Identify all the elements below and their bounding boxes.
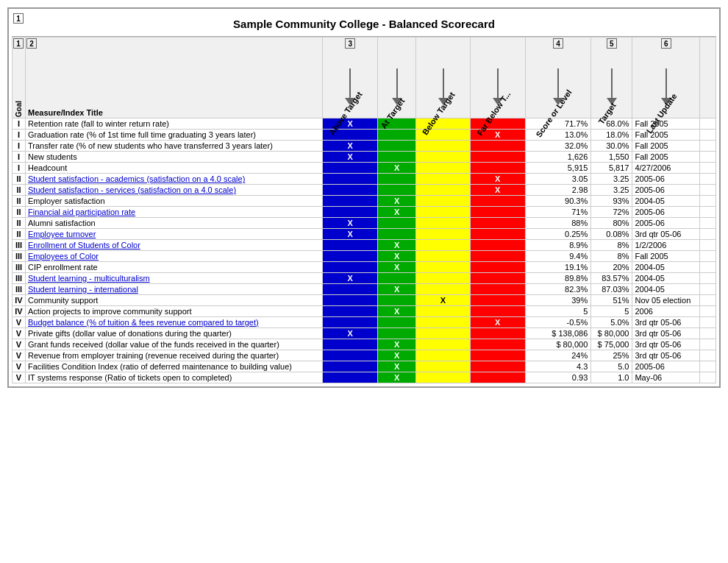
cell-extra <box>700 185 716 196</box>
cell-goal: I <box>13 163 26 174</box>
cell-at: X <box>377 240 415 251</box>
cell-measure[interactable]: Financial aid participation rate <box>26 207 323 218</box>
cell-far-below <box>470 141 525 152</box>
cell-measure[interactable]: Student satisfaction - academics (satisf… <box>26 174 323 185</box>
cell-measure: Employer satisfaction <box>26 196 323 207</box>
cell-at <box>377 273 415 284</box>
cell-below <box>416 350 470 361</box>
cell-goal: I <box>13 118 26 130</box>
cell-score: 4.3 <box>525 361 590 372</box>
cell-measure[interactable]: Budget balance (% of tuition & fees reve… <box>26 317 323 328</box>
cell-far-below <box>470 152 525 163</box>
cell-goal: II <box>13 207 26 218</box>
cell-far-below <box>470 229 525 240</box>
cell-measure[interactable]: Enrollment of Students of Color <box>26 240 323 251</box>
cell-goal: II <box>13 229 26 240</box>
cell-goal: III <box>13 251 26 262</box>
cell-far-below <box>470 262 525 273</box>
cell-extra <box>700 328 716 339</box>
cell-update: 2005-06 <box>632 174 700 185</box>
cell-goal: II <box>13 185 26 196</box>
cell-measure[interactable]: Employees of Color <box>26 251 323 262</box>
cell-far-below <box>470 218 525 229</box>
cell-extra <box>700 350 716 361</box>
cell-measure: Retention rate (fall to winter return ra… <box>26 118 323 130</box>
cell-above <box>323 372 377 383</box>
cell-above: X <box>323 273 377 284</box>
col-num-6-th: 6 <box>661 38 671 49</box>
cell-goal: IV <box>13 306 26 317</box>
cell-target: 1.0 <box>591 372 632 383</box>
cell-score: 88% <box>525 218 590 229</box>
cell-extra <box>700 273 716 284</box>
col-num-4-th: 4 <box>553 38 563 49</box>
cell-below <box>416 152 470 163</box>
cell-below <box>416 229 470 240</box>
cell-goal: II <box>13 196 26 207</box>
cell-far-below: X <box>470 185 525 196</box>
cell-update: 4/27/2006 <box>632 163 700 174</box>
cell-update: 3rd qtr 05-06 <box>632 229 700 240</box>
cell-below <box>416 306 470 317</box>
cell-target: 8% <box>591 240 632 251</box>
cell-update: Fall 2005 <box>632 141 700 152</box>
cell-update: 2005-06 <box>632 218 700 229</box>
cell-far-below <box>470 240 525 251</box>
cell-target: 51% <box>591 295 632 306</box>
cell-below <box>416 207 470 218</box>
cell-update: 2004-05 <box>632 196 700 207</box>
cell-measure: Private gifts (dollar value of donations… <box>26 328 323 339</box>
col-num-2-th: 2 <box>26 38 37 49</box>
cell-below: X <box>416 295 470 306</box>
cell-target: $ 80,000 <box>591 328 632 339</box>
cell-below <box>416 339 470 350</box>
cell-measure[interactable]: Student learning - international <box>26 284 323 295</box>
cell-update: 2004-05 <box>632 284 700 295</box>
cell-goal: I <box>13 141 26 152</box>
cell-goal: V <box>13 372 26 383</box>
cell-score: 32.0% <box>525 141 590 152</box>
cell-measure: Headcount <box>26 163 323 174</box>
cell-above: X <box>323 229 377 240</box>
cell-target: 80% <box>591 218 632 229</box>
cell-score: 89.8% <box>525 273 590 284</box>
cell-far-below <box>470 372 525 383</box>
cell-goal: V <box>13 339 26 350</box>
cell-at: X <box>377 163 415 174</box>
cell-target: 5.0% <box>591 317 632 328</box>
cell-target: 87.03% <box>591 284 632 295</box>
cell-score: 0.25% <box>525 229 590 240</box>
header-measure: Measure/Index Title <box>28 108 103 117</box>
cell-update: May-06 <box>632 372 700 383</box>
cell-extra <box>700 118 716 130</box>
cell-score: $ 80,000 <box>525 339 590 350</box>
cell-measure: Alumni satisfaction <box>26 218 323 229</box>
cell-above <box>323 240 377 251</box>
cell-far-below <box>470 284 525 295</box>
scorecard-table: 1 Goal 2 Measure/Index Title 3 Above <box>12 37 716 383</box>
cell-at: X <box>377 262 415 273</box>
cell-goal: V <box>13 350 26 361</box>
cell-measure[interactable]: Employee turnover <box>26 229 323 240</box>
cell-at <box>377 130 415 141</box>
cell-goal: III <box>13 262 26 273</box>
cell-above <box>323 295 377 306</box>
cell-measure: Facilities Condition Index (ratio of def… <box>26 361 323 372</box>
cell-target: 8% <box>591 251 632 262</box>
page-title: Sample Community College - Balanced Scor… <box>13 15 715 33</box>
cell-far-below <box>470 328 525 339</box>
cell-extra <box>700 262 716 273</box>
cell-above: X <box>323 218 377 229</box>
cell-at <box>377 295 415 306</box>
cell-update: 2004-05 <box>632 262 700 273</box>
cell-target: 3.25 <box>591 185 632 196</box>
cell-extra <box>700 295 716 306</box>
cell-measure[interactable]: Student satisfaction - services (satisfa… <box>26 185 323 196</box>
cell-update: Nov 05 election <box>632 295 700 306</box>
cell-measure[interactable]: Student learning - multiculturalism <box>26 273 323 284</box>
cell-goal: V <box>13 328 26 339</box>
cell-update: 2005-06 <box>632 207 700 218</box>
cell-above <box>323 339 377 350</box>
cell-score: 8.9% <box>525 240 590 251</box>
cell-update: 3rd qtr 05-06 <box>632 328 700 339</box>
